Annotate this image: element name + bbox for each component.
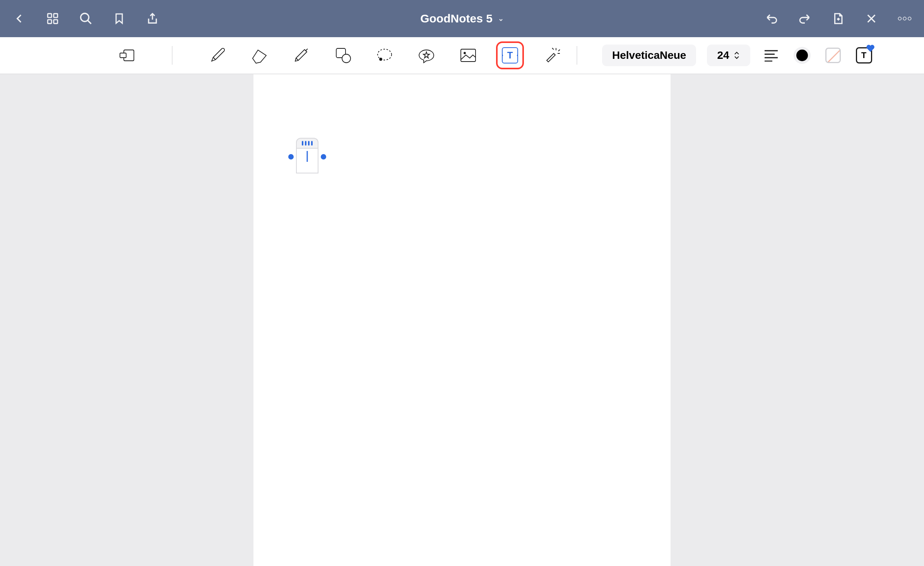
svg-rect-2 — [48, 20, 51, 24]
highlighter-tool[interactable] — [290, 45, 312, 66]
lasso-tool[interactable] — [374, 45, 395, 66]
font-selector[interactable]: HelveticaNeue — [602, 45, 696, 66]
svg-rect-9 — [120, 53, 126, 58]
svg-point-15 — [464, 52, 465, 54]
back-button[interactable] — [11, 10, 28, 27]
divider — [172, 46, 173, 65]
thumbnails-button[interactable] — [44, 10, 61, 27]
titlebar-right-group — [763, 10, 913, 27]
canvas-area[interactable] — [0, 74, 924, 566]
text-input-widget[interactable] — [296, 138, 318, 173]
paragraph-style-button[interactable] — [761, 45, 781, 65]
svg-rect-3 — [54, 20, 58, 24]
pen-tool[interactable] — [207, 45, 228, 66]
font-name: HelveticaNeue — [612, 49, 686, 62]
laser-tool[interactable] — [541, 45, 563, 66]
svg-point-7 — [908, 17, 911, 20]
undo-button[interactable] — [763, 10, 780, 27]
drag-handle[interactable] — [296, 138, 318, 148]
no-background-icon — [825, 48, 841, 63]
font-size-selector[interactable]: 24 — [707, 45, 750, 66]
titlebar-left-group — [11, 10, 161, 27]
text-color-button[interactable] — [792, 45, 812, 65]
document-title: GoodNotes 5 — [420, 12, 493, 25]
svg-point-13 — [380, 58, 382, 60]
share-button[interactable] — [144, 10, 161, 27]
more-button[interactable] — [896, 10, 913, 27]
heart-badge-icon — [866, 45, 875, 53]
text-caret — [307, 151, 308, 162]
preset-icon: T — [856, 47, 872, 63]
document-page[interactable] — [253, 74, 671, 566]
shape-tool[interactable] — [332, 45, 354, 66]
eraser-tool[interactable] — [248, 45, 270, 66]
elements-tool[interactable] — [416, 45, 437, 66]
svg-rect-0 — [48, 14, 51, 17]
toolbar: T HelveticaNeue 24 T — [0, 37, 924, 74]
bookmark-button[interactable] — [111, 10, 128, 27]
chevron-down-icon: ⌄ — [498, 14, 504, 23]
text-tool[interactable]: T — [499, 45, 521, 66]
resize-handle-right[interactable] — [321, 154, 326, 160]
font-size: 24 — [717, 49, 729, 62]
text-preset-button[interactable]: T — [854, 45, 874, 65]
search-button[interactable] — [77, 10, 94, 27]
svg-point-4 — [81, 14, 89, 22]
tool-group-main: T — [116, 45, 563, 66]
divider — [577, 46, 577, 65]
resize-handle-left[interactable] — [288, 154, 294, 160]
redo-button[interactable] — [796, 10, 813, 27]
close-edit-button[interactable] — [863, 10, 880, 27]
titlebar: GoodNotes 5 ⌄ — [0, 0, 924, 37]
image-tool[interactable] — [457, 45, 479, 66]
text-box[interactable] — [296, 148, 318, 173]
text-background-button[interactable] — [823, 45, 843, 65]
text-options-group: HelveticaNeue 24 T — [563, 45, 874, 66]
document-title-button[interactable]: GoodNotes 5 ⌄ — [420, 12, 504, 25]
svg-point-5 — [898, 17, 901, 20]
color-swatch-icon — [796, 50, 808, 61]
svg-point-6 — [903, 17, 906, 20]
stepper-icon — [733, 51, 740, 60]
text-icon: T — [502, 47, 518, 63]
svg-point-11 — [342, 54, 351, 63]
zoom-tool[interactable] — [116, 45, 138, 66]
add-page-button[interactable] — [830, 10, 847, 27]
svg-rect-1 — [54, 14, 58, 17]
color-swatch-outer — [794, 47, 811, 64]
